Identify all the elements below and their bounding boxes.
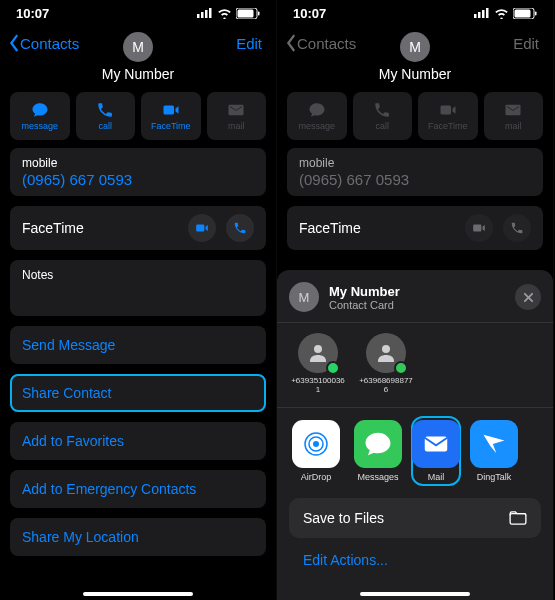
svg-rect-8 bbox=[478, 12, 481, 18]
video-icon bbox=[162, 101, 180, 119]
share-contact-2-label: +639686988776 bbox=[359, 377, 413, 395]
sheet-subtitle: Contact Card bbox=[329, 299, 505, 311]
battery-icon bbox=[513, 8, 537, 19]
folder-icon bbox=[509, 511, 527, 525]
close-button[interactable] bbox=[515, 284, 541, 310]
save-to-files-label: Save to Files bbox=[303, 510, 384, 526]
call-label: call bbox=[375, 121, 389, 131]
message-button: message bbox=[287, 92, 347, 140]
facetime-card: FaceTime bbox=[287, 206, 543, 250]
mail-button: mail bbox=[484, 92, 544, 140]
edit-button: Edit bbox=[513, 35, 545, 52]
edit-button[interactable]: Edit bbox=[236, 35, 268, 52]
facetime-video-button bbox=[465, 214, 493, 242]
add-emergency-link[interactable]: Add to Emergency Contacts bbox=[10, 470, 266, 508]
facetime-label: FaceTime bbox=[428, 121, 468, 131]
mail-icon bbox=[227, 101, 245, 119]
facetime-row-label: FaceTime bbox=[299, 220, 361, 236]
mobile-label: mobile bbox=[299, 156, 531, 170]
home-indicator[interactable] bbox=[83, 592, 193, 596]
action-row: message call FaceTime mail bbox=[0, 82, 276, 148]
facetime-card: FaceTime bbox=[10, 206, 266, 250]
status-bar: 10:07 bbox=[0, 0, 276, 26]
share-contacts-row: +639351000361 +639686988776 bbox=[277, 333, 553, 407]
avatar: M bbox=[400, 32, 430, 62]
svg-rect-10 bbox=[486, 8, 489, 18]
svg-rect-1 bbox=[201, 12, 204, 18]
messages-label: Messages bbox=[357, 472, 398, 482]
share-contact-1[interactable]: +639351000361 bbox=[291, 333, 345, 395]
status-bar: 10:07 bbox=[277, 0, 553, 26]
wifi-icon bbox=[494, 8, 509, 19]
action-row: message call FaceTime mail bbox=[277, 82, 553, 148]
mail-label: mail bbox=[228, 121, 245, 131]
svg-point-14 bbox=[314, 345, 322, 353]
home-indicator[interactable] bbox=[360, 592, 470, 596]
messages-icon bbox=[354, 420, 402, 468]
share-location-link[interactable]: Share My Location bbox=[10, 518, 266, 556]
back-button[interactable]: Contacts bbox=[8, 34, 79, 52]
facetime-video-button[interactable] bbox=[188, 214, 216, 242]
phone-right: 10:07 Contacts Edit M My Number message … bbox=[277, 0, 554, 600]
messages-app[interactable]: Messages bbox=[353, 420, 403, 482]
mobile-card: mobile (0965) 667 0593 bbox=[287, 148, 543, 196]
share-contact-2[interactable]: +639686988776 bbox=[359, 333, 413, 395]
facetime-row-label: FaceTime bbox=[22, 220, 84, 236]
svg-rect-20 bbox=[510, 513, 526, 524]
airdrop-icon bbox=[292, 420, 340, 468]
close-icon bbox=[523, 292, 534, 303]
message-label: message bbox=[21, 121, 58, 131]
svg-rect-2 bbox=[205, 10, 208, 18]
message-button[interactable]: message bbox=[10, 92, 70, 140]
share-contact-1-label: +639351000361 bbox=[291, 377, 345, 395]
airdrop-app[interactable]: AirDrop bbox=[291, 420, 341, 482]
back-button: Contacts bbox=[285, 34, 356, 52]
svg-point-16 bbox=[313, 441, 319, 447]
mail-label: mail bbox=[505, 121, 522, 131]
save-to-files-button[interactable]: Save to Files bbox=[289, 498, 541, 538]
wifi-icon bbox=[217, 8, 232, 19]
facetime-audio-button bbox=[503, 214, 531, 242]
add-favorites-link[interactable]: Add to Favorites bbox=[10, 422, 266, 460]
notes-label: Notes bbox=[22, 268, 254, 282]
share-contact-link[interactable]: Share Contact bbox=[10, 374, 266, 412]
mail-app[interactable]: Mail bbox=[411, 416, 461, 486]
svg-rect-6 bbox=[258, 11, 260, 15]
avatar[interactable]: M bbox=[123, 32, 153, 62]
edit-actions-link[interactable]: Edit Actions... bbox=[277, 548, 553, 572]
status-time: 10:07 bbox=[293, 6, 326, 21]
status-time: 10:07 bbox=[16, 6, 49, 21]
call-button[interactable]: call bbox=[76, 92, 136, 140]
video-icon bbox=[439, 101, 457, 119]
svg-rect-12 bbox=[515, 9, 531, 17]
notes-card[interactable]: Notes bbox=[10, 260, 266, 316]
svg-rect-0 bbox=[197, 14, 200, 18]
mobile-value: (0965) 667 0593 bbox=[299, 171, 531, 188]
sheet-avatar: M bbox=[289, 282, 319, 312]
mobile-label: mobile bbox=[22, 156, 254, 170]
svg-point-15 bbox=[382, 345, 390, 353]
facetime-button[interactable]: FaceTime bbox=[141, 92, 201, 140]
back-label: Contacts bbox=[297, 35, 356, 52]
send-message-link[interactable]: Send Message bbox=[10, 326, 266, 364]
dingtalk-icon bbox=[470, 420, 518, 468]
dingtalk-label: DingTalk bbox=[477, 472, 512, 482]
svg-rect-19 bbox=[425, 436, 448, 451]
mobile-value: (0965) 667 0593 bbox=[22, 171, 254, 188]
share-apps-row: AirDrop Messages Mail DingTalk bbox=[277, 418, 553, 494]
back-label: Contacts bbox=[20, 35, 79, 52]
dingtalk-app[interactable]: DingTalk bbox=[469, 420, 519, 482]
mail-app-icon bbox=[412, 420, 460, 468]
svg-rect-3 bbox=[209, 8, 212, 18]
facetime-label: FaceTime bbox=[151, 121, 191, 131]
svg-rect-7 bbox=[474, 14, 477, 18]
mail-icon bbox=[504, 101, 522, 119]
facetime-audio-button[interactable] bbox=[226, 214, 254, 242]
mobile-card[interactable]: mobile (0965) 667 0593 bbox=[10, 148, 266, 196]
message-icon bbox=[308, 101, 326, 119]
message-label: message bbox=[298, 121, 335, 131]
airdrop-label: AirDrop bbox=[301, 472, 332, 482]
svg-rect-9 bbox=[482, 10, 485, 18]
phone-icon bbox=[96, 101, 114, 119]
contact-name: My Number bbox=[379, 66, 451, 82]
